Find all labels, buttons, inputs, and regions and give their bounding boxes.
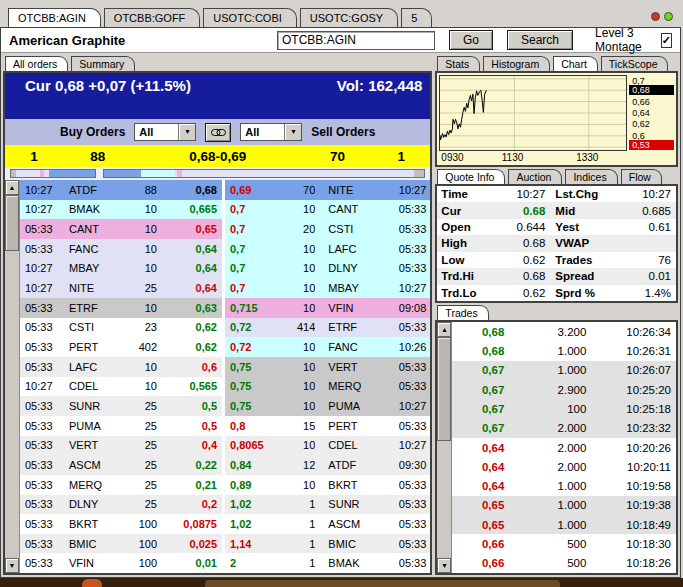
- order-row[interactable]: 05:33 CSTI 23 0,62 0,72 414 ETRF: [20, 318, 430, 338]
- quote-value: 10:27: [613, 188, 676, 200]
- order-row[interactable]: 10:27 ATDF 88 0,68 0,69 70 NITE: [20, 180, 430, 200]
- ask-time: 05:33: [380, 243, 430, 255]
- scrollbar-track[interactable]: [437, 441, 451, 558]
- scrollbar-thumb[interactable]: [5, 195, 19, 251]
- scrollbar-track[interactable]: [5, 251, 19, 558]
- link-icon: [211, 128, 226, 137]
- order-row[interactable]: 05:33 BMIC 100 0,025 1,14 1 BMIC: [20, 534, 430, 554]
- tab-auction[interactable]: Auction: [508, 169, 562, 184]
- order-row[interactable]: 10:27 NITE 25 0,64 0,7 10 MBAY: [20, 278, 430, 298]
- order-row[interactable]: 05:33 PERT 402 0,62 0,72 10 FANC: [20, 337, 430, 357]
- tab-flow[interactable]: Flow: [621, 169, 662, 184]
- bid-side: 05:33 MERQ 25 0,21: [20, 475, 222, 495]
- go-button[interactable]: Go: [449, 30, 493, 50]
- bid-price: 0,0875: [157, 518, 222, 530]
- ask-price: 0,84: [225, 459, 296, 471]
- tab-stats[interactable]: Stats: [437, 56, 480, 71]
- order-row[interactable]: 05:33 LAFC 10 0,6 0,75 10 VERT: [20, 357, 430, 377]
- search-button[interactable]: Search: [507, 30, 573, 50]
- order-row[interactable]: 05:33 ASCM 25 0,22 0,84 12 ATDF: [20, 455, 430, 475]
- tab-usotc-cobi[interactable]: USOTC:COBI: [203, 8, 296, 27]
- order-row[interactable]: 10:27 CDEL 10 0,565 0,75 10 MERQ: [20, 377, 430, 397]
- quote-label: Cur: [437, 205, 493, 217]
- order-row[interactable]: 05:33 ETRF 10 0,63 0,715 10 VFIN: [20, 298, 430, 318]
- ask-time: 10:26: [380, 341, 430, 353]
- info-panel: StatsHistogramChartTickScope 0,70,680,66…: [435, 54, 678, 575]
- link-orders-button[interactable]: [205, 123, 231, 142]
- symbol-input[interactable]: [277, 31, 435, 50]
- tab-otcbb-agin[interactable]: OTCBB:AGIN: [8, 8, 101, 27]
- ask-time: 05:33: [380, 479, 430, 491]
- bid-side: 05:33 SUNR 25 0,5: [20, 396, 222, 416]
- quote-label: Open: [437, 221, 493, 233]
- sell-orders-label: Sell Orders: [311, 125, 375, 139]
- ask-time: 05:33: [380, 538, 430, 550]
- orders-scrollbar[interactable]: ▲ ▼: [5, 180, 20, 573]
- order-row[interactable]: 05:33 PUMA 25 0,5 0,8 15 PERT: [20, 416, 430, 436]
- bid-side: 05:33 DLNY 25 0,2: [20, 495, 222, 515]
- scroll-up-icon[interactable]: ▲: [437, 322, 451, 337]
- order-row[interactable]: 10:27 BMAK 10 0,665 0,7 10 CANT: [20, 200, 430, 220]
- trades-scrollbar[interactable]: ▲ ▼: [437, 322, 452, 573]
- quote-value: 0.62: [493, 287, 545, 299]
- bid-side: 05:33 LAFC 10 0,6: [20, 357, 222, 377]
- depth-bar-segment: [104, 170, 141, 177]
- bid-time: 05:33: [20, 557, 69, 569]
- ask-size: 414: [296, 321, 315, 333]
- title-row: American Graphite Go Search Level 3 Mont…: [1, 28, 680, 53]
- bid-size: 23: [119, 321, 157, 333]
- quote-value: 0.01: [613, 270, 676, 282]
- scroll-down-icon[interactable]: ▼: [5, 558, 19, 573]
- buy-filter-select[interactable]: All ▼: [134, 123, 196, 141]
- ask-mmid: ASCM: [315, 518, 380, 530]
- order-row[interactable]: 05:33 BKRT 100 0,0875 1,02 1 ASCM: [20, 514, 430, 534]
- tab-otcbb-goff[interactable]: OTCBB:GOFF: [104, 8, 201, 27]
- order-row[interactable]: 05:33 FANC 10 0,64 0,7 10 LAFC: [20, 239, 430, 259]
- bid-size: 10: [119, 223, 157, 235]
- tab-trades[interactable]: Trades: [437, 305, 488, 320]
- tab-all-orders[interactable]: All orders: [5, 56, 68, 71]
- scroll-down-icon[interactable]: ▼: [437, 558, 451, 573]
- order-row[interactable]: 05:33 VERT 25 0,4 0,8065 10 CDEL: [20, 436, 430, 456]
- bid-time: 05:33: [20, 479, 69, 491]
- bid-side: 10:27 NITE 25 0,64: [20, 278, 222, 298]
- chevron-down-icon[interactable]: ▼: [178, 124, 195, 140]
- ask-price: 0,72: [225, 341, 296, 353]
- tab-tickscope[interactable]: TickScope: [601, 56, 669, 71]
- bid-time: 10:27: [20, 203, 69, 215]
- tab-chart[interactable]: Chart: [553, 56, 598, 71]
- bid-size: 10: [119, 262, 157, 274]
- bid-side: 10:27 CDEL 10 0,565: [20, 377, 222, 397]
- ask-side: 0,69 70 NITE 10:27: [225, 180, 430, 200]
- trade-time: 10:19:58: [586, 480, 676, 492]
- tab-histogram[interactable]: Histogram: [483, 56, 550, 71]
- scroll-up-icon[interactable]: ▲: [5, 180, 19, 195]
- bid-time: 05:33: [20, 243, 69, 255]
- tab-5[interactable]: 5: [401, 8, 432, 27]
- bid-side: 05:33 ETRF 10 0,63: [20, 298, 222, 318]
- bid-side: 05:33 CANT 10 0,65: [20, 219, 222, 239]
- tab-quote-info[interactable]: Quote Info: [437, 169, 505, 184]
- tab-usotc-gosy[interactable]: USOTC:GOSY: [300, 8, 398, 27]
- ask-price: 0,75: [225, 361, 296, 373]
- quote-label: VWAP: [555, 237, 613, 249]
- level3-montage-checkbox[interactable]: ✓: [661, 33, 672, 48]
- order-row[interactable]: 05:33 SUNR 25 0,5 0,75 10 PUMA: [20, 396, 430, 416]
- trade-price: 0,68: [452, 345, 504, 357]
- order-row[interactable]: 05:33 MERQ 25 0,21 0,89 10 BKRT: [20, 475, 430, 495]
- order-row[interactable]: 05:33 VFIN 100 0,01 2 1 BMAK: [20, 553, 430, 573]
- bid-side: 05:33 ASCM 25 0,22: [20, 455, 222, 475]
- ask-price: 1,02: [225, 498, 296, 510]
- chevron-down-icon[interactable]: ▼: [284, 124, 301, 140]
- order-row[interactable]: 05:33 DLNY 25 0,2 1,02 1 SUNR: [20, 495, 430, 515]
- order-row[interactable]: 10:27 MBAY 10 0,64 0,7 10 DLNY: [20, 259, 430, 279]
- order-row[interactable]: 05:33 CANT 10 0,65 0,7 20 CSTI: [20, 219, 430, 239]
- tab-summary[interactable]: Summary: [71, 56, 135, 71]
- tab-indices[interactable]: Indices: [565, 169, 617, 184]
- scrollbar-thumb[interactable]: [437, 337, 451, 441]
- bid-time: 05:33: [20, 223, 69, 235]
- bid-price: 0,68: [157, 184, 222, 196]
- sell-filter-select[interactable]: All ▼: [240, 123, 302, 141]
- ask-time: 10:27: [380, 439, 430, 451]
- bid-side: 10:27 BMAK 10 0,665: [20, 200, 222, 220]
